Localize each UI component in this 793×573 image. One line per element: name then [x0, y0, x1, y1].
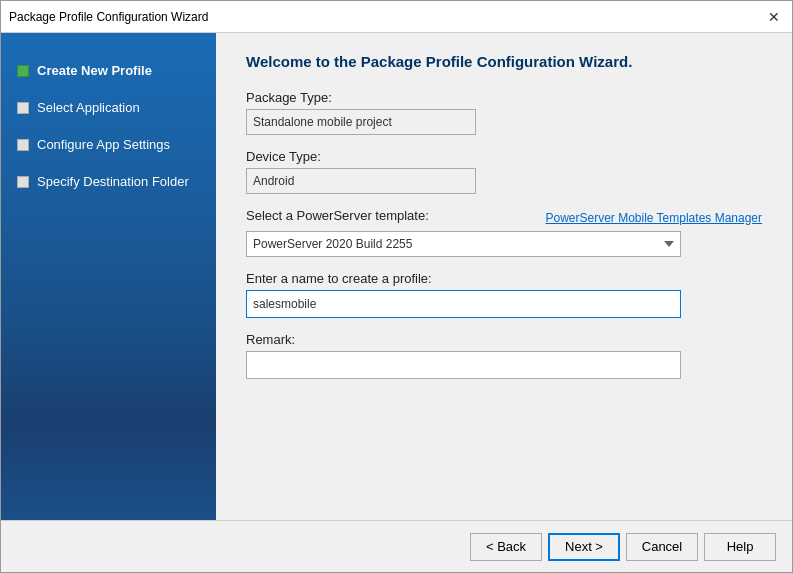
footer: < Back Next > Cancel Help	[1, 520, 792, 572]
sidebar: Create New Profile Select Application Co…	[1, 33, 216, 520]
template-label: Select a PowerServer template:	[246, 208, 429, 223]
sidebar-label-select-application: Select Application	[37, 100, 140, 117]
step-indicator-4	[17, 176, 29, 188]
package-type-input[interactable]	[246, 109, 476, 135]
step-indicator-3	[17, 139, 29, 151]
sidebar-label-configure-app-settings: Configure App Settings	[37, 137, 170, 154]
template-manager-link[interactable]: PowerServer Mobile Templates Manager	[545, 211, 762, 225]
sidebar-item-create-new-profile[interactable]: Create New Profile	[1, 53, 216, 90]
help-button[interactable]: Help	[704, 533, 776, 561]
remark-group: Remark:	[246, 332, 762, 379]
sidebar-label-specify-destination-folder: Specify Destination Folder	[37, 174, 189, 191]
title-bar: Package Profile Configuration Wizard ✕	[1, 1, 792, 33]
sidebar-label-create-new-profile: Create New Profile	[37, 63, 152, 80]
device-type-group: Device Type:	[246, 149, 762, 194]
next-button[interactable]: Next >	[548, 533, 620, 561]
package-type-label: Package Type:	[246, 90, 762, 105]
step-indicator-2	[17, 102, 29, 114]
template-label-row: Select a PowerServer template: PowerServ…	[246, 208, 762, 227]
remark-input[interactable]	[246, 351, 681, 379]
profile-name-input[interactable]	[246, 290, 681, 318]
sidebar-item-configure-app-settings[interactable]: Configure App Settings	[1, 127, 216, 164]
remark-label: Remark:	[246, 332, 762, 347]
template-group: Select a PowerServer template: PowerServ…	[246, 208, 762, 257]
sidebar-item-specify-destination-folder[interactable]: Specify Destination Folder	[1, 164, 216, 201]
profile-name-group: Enter a name to create a profile:	[246, 271, 762, 318]
template-dropdown[interactable]: PowerServer 2020 Build 2255	[246, 231, 681, 257]
close-button[interactable]: ✕	[764, 7, 784, 27]
device-type-label: Device Type:	[246, 149, 762, 164]
device-type-input[interactable]	[246, 168, 476, 194]
content-title: Welcome to the Package Profile Configura…	[246, 53, 762, 70]
cancel-button[interactable]: Cancel	[626, 533, 698, 561]
content-area: Welcome to the Package Profile Configura…	[216, 33, 792, 520]
profile-name-label: Enter a name to create a profile:	[246, 271, 762, 286]
dialog-title: Package Profile Configuration Wizard	[9, 10, 208, 24]
dialog-body: Create New Profile Select Application Co…	[1, 33, 792, 520]
step-indicator-1	[17, 65, 29, 77]
sidebar-item-select-application[interactable]: Select Application	[1, 90, 216, 127]
dialog-window: Package Profile Configuration Wizard ✕ C…	[0, 0, 793, 573]
package-type-group: Package Type:	[246, 90, 762, 135]
back-button[interactable]: < Back	[470, 533, 542, 561]
